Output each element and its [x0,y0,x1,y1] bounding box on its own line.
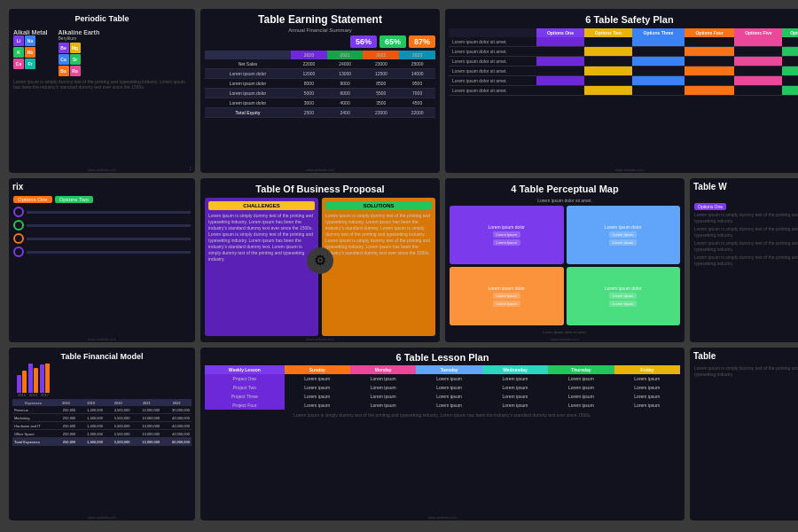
element-na: Na [25,35,35,46]
map-label-4: Lorem ipsum dolor [605,286,641,291]
trix-circle-4 [13,246,24,257]
bar-2a [28,364,33,393]
safety-th-opt4: Options Four [685,28,734,37]
periodic-content: Alkali Metal Li Na K Rb Cs Fr Alkaline E… [9,27,195,167]
map-cell-2: Lorem ipsum dolor Lorem Ipsum Lorem Ipsu… [567,206,681,264]
stat-badges: 56% 65% 87% [200,35,440,51]
lesson-th-sunday: Sunday [285,365,350,374]
earning-col-label [205,51,291,59]
earning-row-netsales: Net Sales 22000 24000 23000 25000 [205,59,435,69]
solutions-header: SOLUTIONS [325,201,432,210]
challenges-header: CHALLENGES [208,201,315,210]
periodic-alkali-group: Alkali Metal Li Na K Rb Cs Fr [13,29,48,76]
slide-lesson: 6 Table Lesson Plan Weekly Lesson Sunday… [200,348,685,520]
safety-row-5: Lorem ipsum dolor sit amet. [449,76,798,86]
slide-table-partial: Table Lorem ipsum is simply dummy text o… [690,348,798,520]
trix-badges: Options One Options Two [13,196,191,203]
lesson-url: www.website.com [200,514,685,520]
lesson-title: 6 Table Lesson Plan [200,348,685,365]
bar-3a [40,364,44,393]
main-grid: Periodic Table Alkali Metal Li Na K Rb C… [4,4,794,528]
badge-3: 87% [409,35,435,48]
map-badge-3a: Lorem Ipsum [493,293,520,299]
periodic-section-alkali: Alkali Metal Li Na K Rb Cs Fr Alkaline E… [13,29,191,76]
map-badge-2b: Lorem Ipsum [609,239,637,246]
periodic-alkaline-group: Alkaline Earth Beryllium Be Mg Ca Sr Ba … [59,29,100,76]
bar-group-inner-1 [17,371,27,393]
tablew-dummy-1: Lorem ipsum is simply dummy text of the … [694,212,798,223]
element-rb: Rb [25,47,35,58]
periodic-url: www.website.com [9,167,195,173]
alkaline-elements: Be Mg Ca Sr Ba Ra [59,43,100,76]
element-k: K [13,47,24,58]
tablew-content: Options One Lorem ipsum is simply dummy … [690,193,798,342]
fin-row-marketing: Marketing 250,000 1,400,000 5,500,000 13… [12,414,192,422]
tablew-title: Table W [690,178,798,193]
earning-subtitle: Annual Financial Summary [200,27,440,33]
perceptual-url: www.website.com [445,336,685,342]
element-ra: Ra [70,66,81,76]
trix-badge-orange: Options One [13,196,52,203]
table-partial-title: Table [690,348,798,363]
fin-th-2019: 2019 [77,399,105,406]
element-cs: Cs [13,59,24,69]
trix-row-1 [13,207,191,217]
financial-table: Expenses 2018 2019 2020 2021 2022 Revenu… [12,399,192,446]
map-badge-3b: Lorem Ipsum [493,301,520,307]
safety-url: www.website.com [445,167,798,173]
gear-icon[interactable]: ⚙ [307,247,333,274]
trix-circle-1 [13,207,24,217]
earning-content: 2020 2021 2022 2023 Net Sales 22000 2400… [200,51,440,167]
fin-th-2022: 2022 [161,399,192,406]
safety-row-3: Lorem ipsum dolor sit amet. [449,57,798,66]
slide-business: Table Of Business Proposal CHALLENGES Lo… [200,178,440,342]
trix-circle-3 [13,233,24,244]
lesson-th-friday: Friday [614,365,680,374]
map-cell-3: Lorem ipsum dolor Lorem Ipsum Lorem Ipsu… [450,267,564,325]
tablew-dummy-2: Lorem ipsum is simply dummy text of the … [694,226,798,238]
lesson-row-3: Project Three Lorem ipsum Lorem ipsum Lo… [205,392,680,401]
lesson-th-monday: Monday [350,365,416,374]
financial-url: www.website.com [9,514,195,520]
bar-group-3: 2017 [40,364,50,397]
slide-trix: rix Options One Options Two [9,178,195,342]
trix-bar-1 [27,211,191,214]
table-partial-content: Lorem ipsum is simply dummy text of the … [690,363,798,520]
business-col-solutions: SOLUTIONS Lorem ipsum is simply dummy te… [322,198,435,336]
trix-title: rix [9,178,195,193]
map-badge-4b: Lorem Ipsum [609,301,637,307]
map-label-3: Lorem ipsum dolor [489,286,525,291]
trix-row-3 [13,233,191,244]
alkaline-sublabel: Beryllium [59,35,100,41]
trix-badge-green: Options Two [55,196,93,203]
bar-2b [34,368,38,393]
bar-group-inner-3 [40,364,50,393]
lesson-th-weekly: Weekly Lesson [205,365,285,374]
element-be: Be [59,43,69,53]
lesson-row-2: Project Two Lorem ipsum Lorem ipsum Lore… [205,383,680,392]
earning-row-1: Lorem ipsum dolor 12000 13000 12500 1400… [205,69,435,79]
bar-label-2: 2016 [28,393,38,397]
element-ba: Ba [59,66,69,76]
element-mg: Mg [70,43,81,53]
slide-financial: Table Financial Model 2015 2016 [9,348,195,520]
lesson-content: Weekly Lesson Sunday Monday Tuesday Wedn… [200,365,685,514]
financial-content: 2015 2016 2017 [9,364,195,514]
bar-1a [17,375,21,393]
slide-perceptual: 4 Table Perceptual Map Lorem ipsum dolor… [445,178,685,342]
fin-row-hardware: Hardware and IT 250,000 1,400,000 5,500,… [12,422,192,430]
earning-url: www.website.com [200,167,440,173]
financial-title: Table Financial Model [9,348,195,364]
slide-tablew: Table W Options One Lorem ipsum is simpl… [690,178,798,342]
lesson-th-tuesday: Tuesday [416,365,481,374]
safety-th-opt2: Options Two [584,28,632,37]
safety-th-opt6: Opti... [782,28,798,37]
trix-bar-2 [27,224,191,227]
fin-row-revenue: Revenue 250,000 1,400,000 4,500,000 12,0… [12,406,192,414]
trix-bar-4 [27,251,191,254]
fin-th-2021: 2021 [131,399,161,406]
safety-th-empty [449,28,536,37]
element-li: Li [13,35,24,46]
trix-row-2 [13,220,191,231]
safety-content: Options One Options Two Options Three Op… [445,28,798,167]
